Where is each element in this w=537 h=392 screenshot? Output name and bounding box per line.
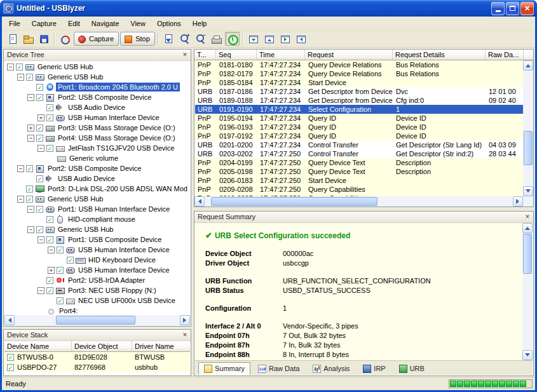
- expand-toggle[interactable]: −: [17, 165, 24, 172]
- tree-node[interactable]: ✓HID-compliant mouse: [4, 214, 190, 224]
- print-button[interactable]: [209, 32, 224, 46]
- autoscroll-button[interactable]: [225, 32, 240, 46]
- stack-row[interactable]: ✓USBPDO-2782776968usbhub: [4, 362, 190, 372]
- tab-urb[interactable]: URB: [393, 362, 430, 375]
- menu-capture[interactable]: Capture: [26, 18, 62, 29]
- menu-help[interactable]: Help: [187, 18, 213, 29]
- device-checkbox[interactable]: ✓: [46, 287, 53, 294]
- device-checkbox[interactable]: ✓: [36, 94, 43, 101]
- device-checkbox[interactable]: ✓: [26, 165, 33, 172]
- device-checkbox[interactable]: ✓: [46, 236, 53, 243]
- device-checkbox[interactable]: ✓: [46, 104, 53, 111]
- table-row[interactable]: PnP0197-019217:47:27.234Query IDDevice I…: [195, 132, 523, 140]
- table-row[interactable]: PnP0205-019817:47:27.250Query Device Tex…: [195, 167, 523, 176]
- column-header-4[interactable]: Request Details: [393, 50, 486, 60]
- stack-column-2[interactable]: Driver Name: [132, 341, 190, 352]
- column-header-0[interactable]: T...: [194, 50, 216, 60]
- scroll-track[interactable]: [523, 71, 533, 186]
- tree-node[interactable]: ✓Port1: Broadcom 2045 Bluetooth 2.0 U: [4, 82, 190, 92]
- expand-toggle[interactable]: −: [37, 287, 44, 294]
- toggle-device-stack-button[interactable]: [294, 32, 308, 46]
- maximize-button[interactable]: [506, 2, 519, 15]
- expand-toggle[interactable]: −: [27, 226, 34, 233]
- tree-node[interactable]: −✓USB Human Interface Device: [4, 245, 190, 255]
- device-checkbox[interactable]: ✓: [46, 216, 53, 223]
- column-header-3[interactable]: Request: [305, 50, 393, 60]
- tree-node[interactable]: −✓Generic USB Hub: [4, 62, 190, 72]
- scroll-thumb[interactable]: [523, 234, 532, 274]
- expand-toggle[interactable]: −: [27, 94, 34, 101]
- scroll-thumb[interactable]: [56, 316, 135, 325]
- expand-toggle[interactable]: +: [27, 125, 34, 132]
- device-checkbox[interactable]: ✓: [36, 125, 43, 132]
- tree-node[interactable]: +✓USB Human Interface Device: [4, 112, 190, 123]
- expand-toggle[interactable]: −: [27, 135, 34, 142]
- goto-button[interactable]: [161, 32, 176, 46]
- device-checkbox[interactable]: ✓: [57, 247, 64, 253]
- device-checkbox[interactable]: ✓: [36, 206, 43, 213]
- stack-column-0[interactable]: Device Name: [4, 341, 72, 352]
- device-checkbox[interactable]: ✓: [36, 226, 43, 233]
- tree-horizontal-scrollbar[interactable]: [4, 315, 190, 325]
- tree-node[interactable]: +✓Port3: USB Mass Storage Device (O:): [4, 123, 190, 133]
- expand-toggle[interactable]: −: [37, 236, 44, 243]
- expand-toggle[interactable]: −: [17, 196, 24, 203]
- expand-toggle[interactable]: −: [7, 64, 14, 71]
- capture-button[interactable]: Capture: [74, 32, 119, 46]
- column-header-2[interactable]: Time: [257, 50, 305, 60]
- table-row[interactable]: PnP0196-019317:47:27.234Query IDDevice I…: [195, 123, 523, 132]
- scroll-track[interactable]: [522, 233, 533, 350]
- close-panel-icon[interactable]: [180, 331, 189, 340]
- table-row[interactable]: URB0191-019017:47:27.234Select Configura…: [195, 105, 523, 114]
- tree-node[interactable]: −✓Generic USB Hub: [4, 224, 190, 234]
- expand-toggle[interactable]: +: [48, 267, 55, 274]
- tab-raw-data[interactable]: Raw Data: [252, 362, 305, 375]
- tree-node[interactable]: Generic volume: [4, 153, 190, 163]
- tree-node[interactable]: ✓USB Audio Device: [4, 173, 190, 184]
- menu-options[interactable]: Options: [151, 18, 187, 29]
- stop-button[interactable]: Stop: [120, 32, 155, 46]
- table-row[interactable]: PnP0181-018017:47:27.234Query Device Rel…: [195, 60, 523, 69]
- table-row[interactable]: URB0201-020017:47:27.234Control Transfer…: [195, 140, 523, 149]
- menu-edit[interactable]: Edit: [62, 18, 86, 29]
- close-panel-icon[interactable]: [523, 213, 532, 222]
- scroll-up-button[interactable]: [522, 223, 533, 233]
- table-row[interactable]: PnP0209-020817:47:27.250Query Capabiliti…: [195, 185, 523, 194]
- table-vertical-scrollbar[interactable]: [523, 60, 533, 196]
- scroll-thumb[interactable]: [211, 197, 377, 206]
- device-checkbox[interactable]: ✓: [67, 257, 74, 264]
- table-row[interactable]: PnP0206-018317:47:27.250Start Device: [195, 176, 523, 185]
- tab-irp[interactable]: IRP: [357, 362, 391, 375]
- minimize-button[interactable]: [491, 2, 505, 15]
- toggle-raw-data-button[interactable]: [262, 32, 276, 46]
- scroll-thumb[interactable]: [524, 131, 533, 166]
- device-checkbox[interactable]: ✓: [36, 175, 43, 182]
- tab-analysis[interactable]: Analysis: [307, 362, 355, 375]
- expand-toggle[interactable]: −: [37, 145, 44, 152]
- tree-node[interactable]: −✓Generic USB Hub: [4, 194, 190, 204]
- scroll-track[interactable]: [205, 196, 513, 206]
- scroll-down-button[interactable]: [522, 350, 533, 360]
- device-checkbox[interactable]: ✓: [26, 196, 33, 203]
- scroll-up-button[interactable]: [523, 60, 533, 71]
- scroll-left-button[interactable]: [194, 196, 205, 206]
- device-checkbox[interactable]: ✓: [16, 64, 23, 71]
- summary-vertical-scrollbar[interactable]: [522, 223, 533, 360]
- tree-node[interactable]: ✓Port2: USB-IrDA Adapter: [4, 275, 190, 285]
- menu-view[interactable]: View: [125, 18, 151, 29]
- table-row[interactable]: PnP0195-019417:47:27.234Query IDDevice I…: [195, 114, 523, 123]
- tree-node[interactable]: −✓Port2: USB Composite Device: [4, 163, 190, 173]
- menu-file[interactable]: File: [3, 18, 26, 29]
- tree-node[interactable]: −✓Generic USB Hub: [4, 72, 190, 82]
- close-panel-icon[interactable]: [180, 51, 189, 60]
- device-checkbox[interactable]: ✓: [26, 186, 33, 193]
- table-row[interactable]: URB0189-018817:47:27.234Get Descriptor f…: [195, 96, 523, 105]
- stack-row[interactable]: ✓BTWUSB-081D9E028BTWUSB: [4, 352, 190, 362]
- new-button[interactable]: [5, 32, 20, 46]
- tree-node[interactable]: ✓USB Audio Device: [4, 102, 190, 112]
- tree-node[interactable]: −✓Port1: USB Human Interface Device: [4, 204, 190, 214]
- device-checkbox[interactable]: ✓: [36, 84, 43, 91]
- scroll-track[interactable]: [15, 315, 180, 325]
- tree-node[interactable]: ✓HID Keyboard Device: [4, 255, 190, 265]
- open-button[interactable]: [21, 32, 36, 46]
